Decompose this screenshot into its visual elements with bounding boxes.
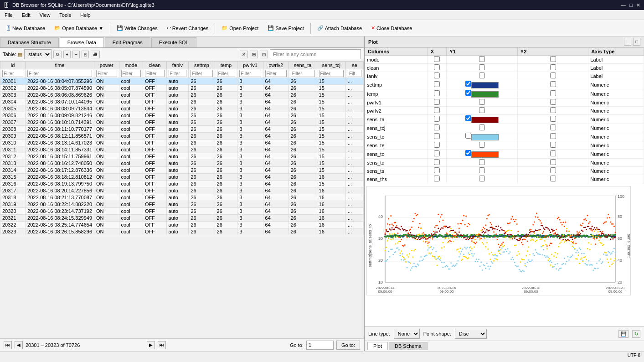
y2-checkbox[interactable]	[550, 107, 556, 113]
y1-checkbox[interactable]	[479, 167, 485, 173]
col-header-pwrlv2[interactable]: pwrlv2	[263, 62, 289, 69]
tab-database-structure[interactable]: Database Structure	[0, 37, 59, 47]
col-header-clean[interactable]: clean	[143, 62, 166, 69]
tab-db-schema[interactable]: DB Schema	[389, 342, 428, 350]
filter-extra-button[interactable]: ⊡	[260, 51, 268, 58]
filter-sens_ta[interactable]	[291, 70, 315, 77]
y1-color-swatch[interactable]	[471, 91, 499, 98]
filter-clear-button[interactable]: ✕	[240, 51, 248, 58]
table-row[interactable]: 203152022-08-16 08:18:12.810812ONcoolOFF…	[0, 174, 364, 181]
y2-checkbox[interactable]	[550, 56, 556, 62]
menu-edit[interactable]: Edit	[17, 11, 35, 19]
y1-color-swatch[interactable]	[471, 134, 499, 140]
table-row[interactable]: 203102022-08-16 08:13:14.617023ONcoolOFF…	[0, 140, 364, 146]
table-row[interactable]: 203222022-08-16 08:25:14.774654ONcoolOFF…	[0, 222, 364, 228]
y1-checkbox[interactable]	[465, 81, 471, 87]
table-row[interactable]: 203192022-08-16 08:22:14.882220ONcoolOFF…	[0, 201, 364, 208]
y1-color-swatch[interactable]	[471, 117, 499, 123]
x-checkbox[interactable]	[434, 107, 440, 113]
table-row[interactable]: 203042022-08-16 08:07:10.144095ONcoolOFF…	[0, 98, 364, 105]
new-database-button[interactable]: 🗄 New Database	[2, 22, 49, 35]
tab-browse-data[interactable]: Browse Data	[60, 37, 104, 47]
filter-settmp[interactable]	[191, 70, 212, 77]
y1-checkbox[interactable]	[479, 124, 485, 130]
copy-button[interactable]: ⎘	[82, 51, 89, 58]
y2-checkbox[interactable]	[550, 116, 556, 122]
write-changes-button[interactable]: 💾 Write Changes	[113, 22, 162, 35]
menu-view[interactable]: View	[35, 11, 55, 19]
x-checkbox[interactable]	[434, 90, 440, 96]
x-checkbox[interactable]	[434, 176, 440, 181]
x-checkbox[interactable]	[434, 150, 440, 156]
filter-sens_tcj[interactable]	[319, 70, 344, 77]
table-row[interactable]: 203032022-08-16 08:06:08.869626ONcoolOFF…	[0, 92, 364, 98]
table-row[interactable]: 203052022-08-16 08:08:09.713844ONcoolOFF…	[0, 105, 364, 112]
y1-checkbox[interactable]	[465, 133, 471, 139]
refresh-button[interactable]: ↻	[53, 51, 62, 58]
col-header-pwrlv1[interactable]: pwrlv1	[237, 62, 263, 69]
y1-checkbox[interactable]	[465, 150, 471, 156]
y1-checkbox[interactable]	[465, 90, 471, 96]
y2-checkbox[interactable]	[550, 90, 556, 96]
table-row[interactable]: 203112022-08-16 08:14:11.857331ONcoolOFF…	[0, 146, 364, 153]
table-row[interactable]: 203172022-08-16 08:20:14.227856ONcoolOFF…	[0, 187, 364, 194]
y1-color-swatch[interactable]	[471, 151, 499, 158]
last-page-button[interactable]: ⏭	[158, 341, 166, 349]
delete-record-button[interactable]: −	[72, 51, 80, 58]
x-checkbox[interactable]	[434, 99, 440, 105]
filter-power[interactable]	[96, 70, 117, 77]
col-header-temp[interactable]: temp	[215, 62, 237, 69]
y1-checkbox[interactable]	[479, 107, 485, 113]
x-checkbox[interactable]	[434, 142, 440, 148]
columns-table-wrapper[interactable]: Columns X Y1 Y2 Axis Type modeLabelclean…	[365, 47, 644, 184]
filter-fanlv[interactable]	[169, 70, 187, 77]
y2-checkbox[interactable]	[550, 167, 556, 173]
col-header-sens_ta[interactable]: sens_ta	[289, 62, 317, 69]
open-database-button[interactable]: 📂 Open Database ▼	[50, 22, 108, 35]
table-row[interactable]: 203062022-08-16 08:09:09.821246ONcoolOFF…	[0, 112, 364, 119]
y1-checkbox[interactable]	[479, 72, 485, 78]
x-checkbox[interactable]	[434, 56, 440, 62]
table-row[interactable]: 203022022-08-16 08:05:07.874590ONcoolOFF…	[0, 85, 364, 92]
y1-checkbox[interactable]	[479, 56, 485, 62]
table-row[interactable]: 203082022-08-16 08:11:10.770177ONcoolOFF…	[0, 126, 364, 133]
x-checkbox[interactable]	[434, 116, 440, 122]
filter-pwrlv1[interactable]	[239, 70, 261, 77]
col-header-settmp[interactable]: settmp	[189, 62, 215, 69]
y1-checkbox[interactable]	[479, 99, 485, 105]
menu-tools[interactable]: Tools	[55, 11, 76, 19]
open-project-button[interactable]: 📁 Open Project	[217, 22, 263, 35]
revert-changes-button[interactable]: ↩ Revert Changes	[163, 22, 213, 35]
tab-execute-sql[interactable]: Execute SQL	[151, 37, 196, 47]
table-row[interactable]: 203212022-08-16 08:24:15.329949ONcoolOFF…	[0, 215, 364, 222]
menu-file[interactable]: File	[0, 11, 17, 19]
table-row[interactable]: 203122022-08-16 08:15:11.759961ONcoolOFF…	[0, 153, 364, 160]
col-header-id[interactable]: id	[0, 62, 26, 69]
filter-temp[interactable]	[217, 70, 236, 77]
y2-checkbox[interactable]	[550, 72, 556, 78]
table-row[interactable]: 203132022-08-16 08:16:12.748050ONcoolOFF…	[0, 160, 364, 167]
close-button[interactable]: ✕	[636, 2, 640, 8]
table-row[interactable]: 203142022-08-16 08:17:12.876336ONcoolOFF…	[0, 167, 364, 174]
first-page-button[interactable]: ⏮	[4, 341, 12, 349]
y1-color-swatch[interactable]	[471, 82, 499, 88]
filter-se[interactable]	[348, 70, 361, 77]
prev-page-button[interactable]: ◀	[15, 341, 23, 349]
table-row[interactable]: 203182022-08-16 08:21:13.770087ONcoolOFF…	[0, 194, 364, 201]
chart-save-button[interactable]: 💾	[618, 330, 629, 338]
y2-checkbox[interactable]	[550, 159, 556, 165]
close-database-button[interactable]: ✕ Close Database	[367, 22, 416, 35]
table-name-select[interactable]: status	[24, 49, 52, 59]
y2-checkbox[interactable]	[550, 133, 556, 139]
data-table-wrapper[interactable]: id time power mode clean fanlv settmp te…	[0, 61, 364, 338]
y1-checkbox[interactable]	[479, 64, 485, 70]
table-row[interactable]: 203232022-08-16 08:26:15.858296ONcoolOFF…	[0, 228, 364, 235]
x-checkbox[interactable]	[434, 124, 440, 130]
y1-checkbox[interactable]	[479, 159, 485, 165]
x-checkbox[interactable]	[434, 167, 440, 173]
x-checkbox[interactable]	[434, 64, 440, 70]
y1-checkbox[interactable]	[465, 115, 471, 121]
col-header-fanlv[interactable]: fanlv	[166, 62, 189, 69]
table-row[interactable]: 203012022-08-16 08:04:07.855296ONcoolOFF…	[0, 78, 364, 85]
x-checkbox[interactable]	[434, 159, 440, 165]
